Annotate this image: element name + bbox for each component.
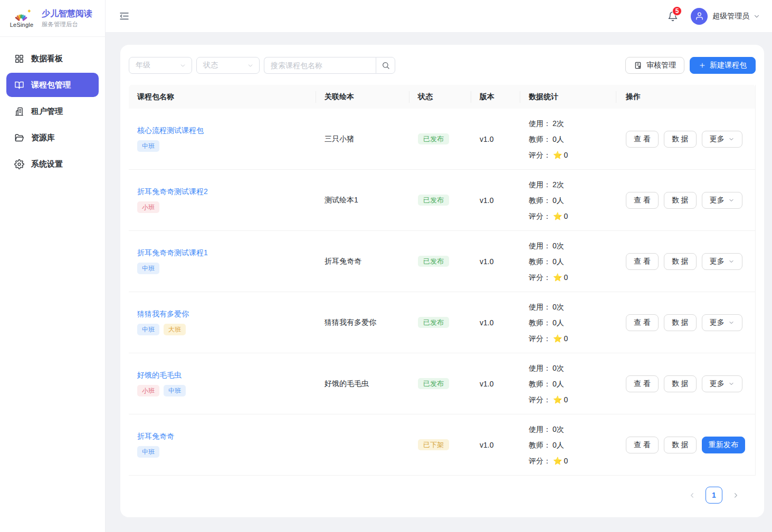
grade-tag: 中班: [137, 263, 159, 275]
menu-fold-icon[interactable]: [119, 11, 130, 22]
status-badge: 已发布: [418, 317, 449, 328]
grade-tags: 中班: [137, 263, 159, 275]
data-button[interactable]: 数 据: [664, 192, 697, 209]
sidebar-item-course-package-management[interactable]: 课程包管理: [6, 73, 99, 97]
view-button[interactable]: 查 看: [626, 131, 659, 148]
stats-cell: 使用：0次教师：0人评分：⭐0: [520, 360, 616, 408]
search-input[interactable]: [264, 57, 376, 74]
create-course-package-button[interactable]: 新建课程包: [690, 57, 756, 74]
teachers-stat: 教师：0人: [529, 131, 616, 147]
course-package-link[interactable]: 折耳兔奇奇测试课程2: [137, 187, 208, 197]
rating-stat: 评分：⭐0: [529, 147, 616, 163]
brand-wordmark: LeSingle: [10, 22, 33, 28]
more-button[interactable]: 更多: [702, 375, 742, 392]
more-button-label: 更多: [710, 134, 725, 144]
chevron-down-icon: [247, 62, 254, 69]
more-button[interactable]: 更多: [702, 131, 742, 148]
course-package-table: 课程包名称 关联绘本 状态 版本 数据统计 操作 核心流程测试课程包中班三只小猪…: [129, 85, 756, 476]
rating-label: 评分：: [529, 208, 551, 224]
pagination-prev[interactable]: [688, 491, 696, 499]
sidebar-item-resource-library[interactable]: 资源库: [6, 125, 99, 150]
stats-cell: 使用：2次教师：0人评分：⭐0: [520, 177, 616, 224]
view-button[interactable]: 查 看: [626, 314, 659, 331]
course-package-link[interactable]: 核心流程测试课程包: [137, 126, 204, 136]
rating-value: 0: [564, 453, 568, 469]
rating-value: 0: [564, 147, 568, 163]
grade-filter-select[interactable]: 年级: [129, 57, 192, 74]
data-button[interactable]: 数 据: [664, 314, 697, 331]
rating-value: 0: [564, 269, 568, 285]
usage-label: 使用：: [529, 115, 551, 131]
teachers-label: 教师：: [529, 131, 551, 147]
view-button[interactable]: 查 看: [626, 437, 659, 453]
grade-tags: 中班大班: [137, 324, 186, 336]
plus-icon: [699, 62, 706, 69]
more-button-label: 更多: [710, 196, 725, 205]
republish-button[interactable]: 重新发布: [702, 437, 745, 453]
brand-subtitle: 服务管理后台: [42, 21, 92, 28]
status-badge: 已发布: [418, 195, 449, 206]
usage-stat: 使用：2次: [529, 115, 616, 131]
teachers-value: 0人: [552, 254, 564, 269]
status-cell: 已发布: [409, 134, 471, 144]
status-filter-select[interactable]: 状态: [196, 57, 260, 74]
related-book-cell: 三只小猪: [316, 134, 409, 144]
status-cell: 已下架: [409, 440, 471, 450]
related-book-name: 折耳兔奇奇: [325, 257, 361, 265]
chevron-down-icon: [728, 381, 735, 387]
usage-label: 使用：: [529, 421, 551, 437]
teachers-label: 教师：: [529, 376, 551, 392]
brand: LeSingle 少儿智慧阅读 服务管理后台: [0, 0, 105, 37]
course-package-link[interactable]: 折耳兔奇奇测试课程1: [137, 248, 208, 258]
view-button[interactable]: 查 看: [626, 192, 659, 209]
topbar: 5 超级管理员: [106, 0, 772, 33]
data-button[interactable]: 数 据: [664, 437, 697, 453]
view-button[interactable]: 查 看: [626, 253, 659, 270]
sidebar-item-system-settings[interactable]: 系统设置: [6, 152, 99, 176]
user-icon: [695, 12, 704, 21]
version-cell: v1.0: [471, 318, 520, 327]
more-button[interactable]: 更多: [702, 253, 742, 270]
brand-logo: LeSingle: [6, 8, 37, 28]
status-filter-placeholder: 状态: [203, 61, 218, 70]
notification-bell[interactable]: 5: [668, 11, 678, 22]
review-management-button[interactable]: 审核管理: [625, 57, 684, 74]
rating-label: 评分：: [529, 331, 551, 346]
related-book-cell: 好饿的毛毛虫: [316, 379, 409, 389]
more-button-label: 更多: [710, 257, 725, 266]
sidebar-item-tenant-management[interactable]: 租户管理: [6, 99, 99, 123]
course-package-card: 年级 状态 审核管理 新建课程包 课程包名称 关联绘本: [120, 45, 764, 517]
more-button[interactable]: 更多: [702, 192, 742, 209]
data-button[interactable]: 数 据: [664, 253, 697, 270]
pagination-next[interactable]: [732, 491, 740, 499]
usage-value: 0次: [552, 238, 564, 254]
more-button[interactable]: 更多: [702, 314, 742, 331]
status-cell: 已发布: [409, 196, 471, 205]
usage-value: 2次: [552, 115, 564, 131]
grade-tag: 中班: [137, 446, 159, 458]
usage-stat: 使用：0次: [529, 299, 616, 315]
grade-tags: 小班中班: [137, 385, 186, 397]
chevron-down-icon: [728, 320, 735, 326]
course-package-link[interactable]: 猜猜我有多爱你: [137, 309, 189, 319]
data-button[interactable]: 数 据: [664, 131, 697, 148]
teachers-value: 0人: [552, 376, 564, 392]
usage-stat: 使用：0次: [529, 421, 616, 437]
search-button[interactable]: [376, 57, 395, 74]
version-cell: v1.0: [471, 135, 520, 143]
teachers-stat: 教师：0人: [529, 254, 616, 269]
user-name: 超级管理员: [712, 12, 749, 21]
data-button[interactable]: 数 据: [664, 375, 697, 392]
course-package-link[interactable]: 好饿的毛毛虫: [137, 371, 182, 380]
sidebar-item-dashboard[interactable]: 数据看板: [6, 46, 99, 71]
course-name-cell: 核心流程测试课程包中班: [129, 126, 316, 152]
avatar[interactable]: [691, 8, 708, 25]
rating-label: 评分：: [529, 147, 551, 163]
view-button[interactable]: 查 看: [626, 375, 659, 392]
course-package-link[interactable]: 折耳兔奇奇: [137, 432, 174, 441]
table-row: 好饿的毛毛虫小班中班好饿的毛毛虫已发布v1.0使用：0次教师：0人评分：⭐0查 …: [129, 353, 756, 414]
chevron-down-icon[interactable]: [753, 13, 760, 20]
pagination-page-1[interactable]: 1: [706, 487, 722, 504]
usage-value: 2次: [552, 177, 564, 192]
version-cell: v1.0: [471, 380, 520, 388]
